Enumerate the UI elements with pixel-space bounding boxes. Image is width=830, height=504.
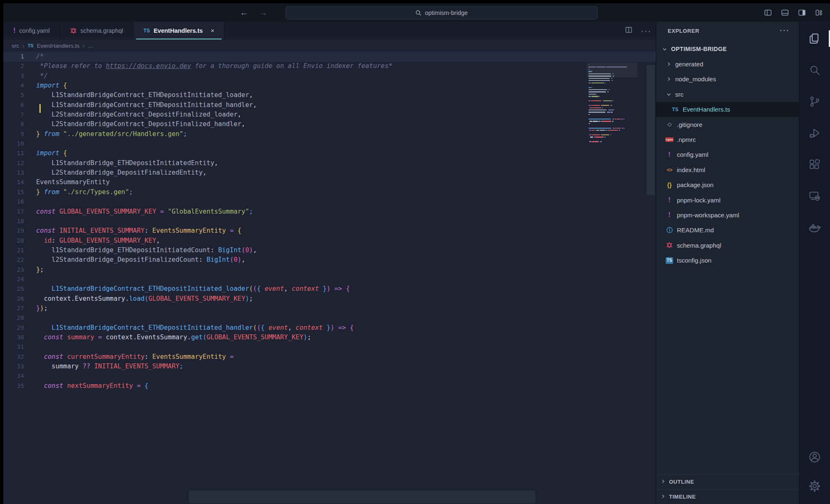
code-line-20[interactable]: 20 id: GLOBAL_EVENTS_SUMMARY_KEY, (3, 236, 656, 246)
line-number: 26 (3, 294, 24, 304)
editor-more-actions-icon[interactable]: ··· (641, 29, 652, 33)
code-editor[interactable]: 1/*2 *Please refer to https://docs.envio… (3, 52, 656, 504)
layout-panel-icon[interactable] (781, 8, 789, 17)
tree-item-schema.graphql[interactable]: schema.graphql (656, 238, 799, 253)
tree-item-pnpm-lock.yaml[interactable]: !pnpm-lock.yaml (656, 192, 799, 207)
line-number: 16 (3, 197, 24, 207)
code-line-25[interactable]: 25 L1StandardBridgeContract_ETHDepositIn… (3, 284, 656, 294)
code-line-27[interactable]: 27}); (3, 304, 656, 313)
breadcrumb-file[interactable]: EventHandlers.ts (37, 43, 80, 49)
tab-config.yaml[interactable]: !config.yaml (3, 22, 60, 39)
command-center-search[interactable]: optimism-bridge (286, 6, 598, 19)
extensions-icon[interactable] (805, 155, 824, 174)
breadcrumb[interactable]: src › TS EventHandlers.ts › ... (3, 39, 656, 52)
tree-item-EventHandlers.ts[interactable]: TSEventHandlers.ts (656, 102, 799, 117)
close-tab-icon[interactable]: × (211, 27, 215, 34)
chevron-down-icon (665, 92, 672, 97)
code-line-11[interactable]: 11import { (3, 149, 656, 158)
code-line-14[interactable]: 14EventsSummaryEntity (3, 178, 656, 187)
account-icon[interactable] (805, 448, 824, 467)
explorer-more-actions-icon[interactable]: ··· (780, 29, 790, 33)
explorer-icon[interactable] (805, 29, 824, 48)
code-line-7[interactable]: 7 L2StandardBridgeContract_DepositFinali… (3, 110, 656, 119)
code-line-29[interactable]: 29 L1StandardBridgeContract_ETHDepositIn… (3, 323, 656, 333)
horizontal-scrollbar[interactable] (189, 491, 535, 503)
line-number: 14 (3, 178, 24, 187)
code-line-1[interactable]: 1/* (3, 52, 656, 61)
code-line-8[interactable]: 8 L2StandardBridgeContract_DepositFinali… (3, 119, 656, 129)
line-number: 2 (3, 61, 24, 71)
code-line-10[interactable]: 10 (3, 139, 656, 149)
tree-item-config.yaml[interactable]: !config.yaml (656, 147, 799, 162)
nav-forward-icon[interactable]: → (259, 8, 267, 17)
tree-item-tsconfig.json[interactable]: TStsconfig.json (656, 253, 799, 268)
tree-item-index.html[interactable]: <>index.html (656, 162, 799, 177)
tree-item-README.md[interactable]: README.md (656, 223, 799, 238)
code-line-6[interactable]: 6 L1StandardBridgeContract_ETHDepositIni… (3, 100, 656, 110)
code-line-24[interactable]: 24 (3, 275, 656, 284)
layout-sidebar-icon[interactable] (764, 8, 772, 17)
code-line-13[interactable]: 13 L2StandardBridge_DepositFinalizedEnti… (3, 168, 656, 178)
code-line-26[interactable]: 26 context.EventsSummary.load(GLOBAL_EVE… (3, 294, 656, 304)
tree-item-pnpm-workspace.yaml[interactable]: !pnpm-workspace.yaml (656, 207, 799, 222)
split-editor-icon[interactable] (625, 26, 632, 35)
code-line-31[interactable]: 31 (3, 342, 656, 352)
tree-item-src[interactable]: src (656, 87, 799, 102)
line-number: 35 (3, 381, 24, 391)
code-line-28[interactable]: 28 (3, 313, 656, 323)
text-cursor (39, 104, 41, 113)
run-debug-icon[interactable] (805, 124, 824, 143)
code-line-2[interactable]: 2 *Please refer to https://docs.envio.de… (3, 61, 656, 71)
line-number: 18 (3, 217, 24, 226)
code-line-32[interactable]: 32 const currentSummaryEntity: EventsSum… (3, 352, 656, 362)
section-timeline[interactable]: TIMELINE (656, 489, 799, 504)
minimap[interactable] (588, 64, 636, 147)
tree-item-package.json[interactable]: {}package.json (656, 178, 799, 192)
code-line-35[interactable]: 35 const nextSummaryEntity = { (3, 381, 656, 391)
line-number: 27 (3, 304, 24, 313)
code-line-23[interactable]: 23}; (3, 265, 656, 275)
line-number: 9 (3, 129, 24, 139)
tree-item-generated[interactable]: generated (656, 56, 799, 71)
tree-item-.npmrc[interactable]: npm.npmrc (656, 132, 799, 147)
code-line-30[interactable]: 30 const summary = context.EventsSummary… (3, 333, 656, 342)
code-line-19[interactable]: 19const INITIAL_EVENTS_SUMMARY: EventsSu… (3, 226, 656, 236)
section-outline[interactable]: OUTLINE (656, 474, 799, 489)
tab-EventHandlers.ts[interactable]: TSEventHandlers.ts× (134, 22, 225, 39)
code-line-12[interactable]: 12 L1StandardBridge_ETHDepositInitiatedE… (3, 158, 656, 168)
line-number: 7 (3, 110, 24, 119)
tree-item-node_modules[interactable]: node_modules (656, 72, 799, 87)
remote-explorer-icon[interactable] (805, 187, 824, 206)
code-line-34[interactable]: 34 (3, 371, 656, 381)
code-line-16[interactable]: 16 (3, 197, 656, 207)
line-number: 17 (3, 207, 24, 217)
nav-back-icon[interactable]: ← (240, 8, 248, 17)
code-line-15[interactable]: 15} from "./src/Types.gen"; (3, 187, 656, 197)
code-line-22[interactable]: 22 l2StandardBridge_DepositFinalizedCoun… (3, 255, 656, 265)
code-line-5[interactable]: 5 L1StandardBridgeContract_ETHDepositIni… (3, 90, 656, 100)
workspace-root[interactable]: OPTIMISM-BRIDGE (656, 41, 799, 56)
layout-sidebar-right-icon[interactable] (798, 8, 806, 17)
tab-schema.graphql[interactable]: schema.graphql (60, 22, 134, 39)
line-number: 19 (3, 226, 24, 236)
ts-file-icon: TS (28, 43, 34, 48)
settings-icon[interactable] (805, 477, 824, 496)
ts-file-icon: TS (671, 107, 679, 112)
line-number: 33 (3, 362, 24, 371)
vertical-scrollbar[interactable] (647, 65, 655, 195)
code-line-33[interactable]: 33 summary ?? INITIAL_EVENTS_SUMMARY; (3, 362, 656, 371)
code-line-21[interactable]: 21 l1StandardBridge_ETHDepositInitiatedC… (3, 246, 656, 255)
source-control-icon[interactable] (805, 92, 824, 111)
code-line-18[interactable]: 18 (3, 217, 656, 226)
code-line-4[interactable]: 4import { (3, 81, 656, 90)
line-number: 4 (3, 81, 24, 90)
breadcrumb-folder[interactable]: src (12, 43, 19, 49)
layout-customize-icon[interactable] (815, 8, 823, 17)
tree-item-.gitignore[interactable]: .gitignore (656, 117, 799, 132)
search-icon[interactable] (805, 61, 824, 80)
code-line-17[interactable]: 17const GLOBAL_EVENTS_SUMMARY_KEY = "Glo… (3, 207, 656, 217)
docker-icon[interactable] (805, 218, 824, 237)
breadcrumb-symbol[interactable]: ... (88, 43, 93, 49)
code-line-9[interactable]: 9} from "../generated/src/Handlers.gen"; (3, 129, 656, 139)
code-line-3[interactable]: 3 */ (3, 71, 656, 81)
